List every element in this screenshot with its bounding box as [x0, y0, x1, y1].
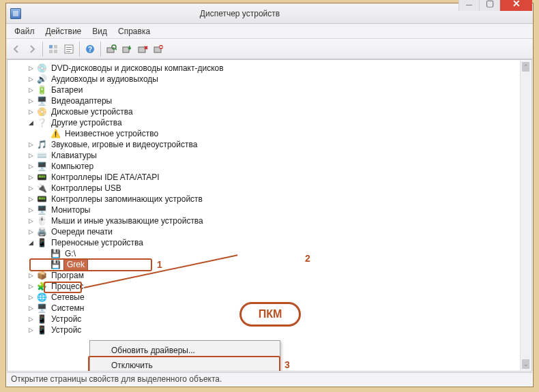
titlebar: Диспетчер устройств [6, 3, 533, 24]
forward-icon [27, 44, 38, 55]
maximize-button[interactable] [479, 0, 499, 11]
toolbar: ? [6, 39, 533, 59]
drive-icon: 💾 [50, 248, 61, 259]
svg-rect-6 [66, 49, 72, 50]
tree-item[interactable]: 💾G:\ [13, 248, 529, 259]
forward-button[interactable] [25, 42, 40, 57]
status-text: Открытие страницы свойств для выделенног… [11, 374, 222, 384]
context-disable[interactable]: Отключить [92, 358, 278, 372]
properties-icon [63, 44, 74, 55]
tree-item-expanded[interactable]: ◢📱Переносные устройства [13, 237, 529, 248]
update-driver-button[interactable] [119, 42, 134, 57]
tree-item-expanded[interactable]: ◢❔Другие устройства [13, 117, 529, 128]
menubar: Файл Действие Вид Справка [6, 24, 533, 39]
menu-action[interactable]: Действие [40, 25, 87, 38]
dvd-icon: 💿 [36, 63, 47, 74]
caret-icon: ▷ [27, 315, 35, 323]
printer-icon: 🖨️ [36, 226, 47, 237]
ide-icon: 📟 [36, 172, 47, 183]
back-button[interactable] [9, 42, 24, 57]
properties-button[interactable] [61, 42, 76, 57]
show-hidden-button[interactable] [46, 42, 61, 57]
annotation-number-3: 3 [285, 359, 290, 370]
tree-item[interactable]: ▷🖥️Компьютер [13, 161, 529, 172]
mouse-icon: 🖱️ [36, 215, 47, 226]
portable-device-icon: 📱 [36, 237, 47, 248]
menu-view[interactable]: Вид [87, 25, 113, 38]
svg-rect-13 [139, 47, 145, 52]
scan-icon [106, 44, 117, 55]
tree-item[interactable]: ▷📱Устройс [13, 325, 529, 335]
window-frame: Диспетчер устройств Файл Действие Вид Сп… [5, 3, 534, 387]
tree-item[interactable]: ▷🔊Аудиовходы и аудиовыходы [13, 74, 529, 85]
svg-rect-16 [160, 46, 162, 48]
storage-controller-icon: 📟 [36, 194, 47, 205]
tree-item[interactable]: ▷📟Контроллеры IDE ATA/ATAPI [13, 172, 529, 183]
keyboard-icon: ⌨️ [36, 150, 47, 161]
tree-item-selected[interactable]: 💾Grek [13, 259, 529, 270]
toolbar-separator [79, 42, 80, 57]
tree-item[interactable]: ▷💿DVD-дисководы и дисководы компакт-диск… [13, 63, 529, 74]
help-button[interactable]: ? [83, 42, 98, 57]
caret-icon: ▷ [27, 173, 35, 181]
close-button[interactable] [499, 0, 532, 11]
tree-item[interactable]: ▷📟Контроллеры запоминающих устройств [13, 194, 529, 205]
computer-icon: 🖥️ [36, 161, 47, 172]
battery-icon: 🔋 [36, 85, 47, 95]
audio-icon: 🔊 [36, 74, 47, 85]
svg-rect-3 [54, 50, 57, 53]
caret-icon: ▷ [27, 282, 35, 290]
tree-icon [48, 44, 59, 55]
tree-item[interactable]: ▷🖥️Мониторы [13, 205, 529, 215]
update-icon [121, 44, 132, 55]
caret-icon: ▷ [27, 293, 35, 301]
caret-expanded-icon: ◢ [27, 119, 35, 127]
usb-icon: 🔌 [36, 183, 47, 194]
tree-item[interactable]: ▷🔌Контроллеры USB [13, 183, 529, 194]
tree-item[interactable]: ▷📦Програм [13, 270, 529, 281]
tree-item[interactable]: ▷🧩Процесс [13, 281, 529, 292]
svg-rect-0 [49, 45, 53, 48]
tree-item[interactable]: ▷🖥️Видеоадаптеры [13, 95, 529, 106]
svg-rect-1 [54, 45, 57, 48]
hid-icon: 📱 [36, 325, 47, 335]
minimize-button[interactable] [458, 0, 479, 11]
context-update-drivers[interactable]: Обновить драйверы... [92, 343, 278, 358]
back-icon [11, 44, 22, 55]
uninstall-button[interactable] [151, 42, 166, 57]
scan-button[interactable] [104, 42, 119, 57]
tree-item[interactable]: ▷📀Дисковые устройства [13, 106, 529, 117]
tree-item[interactable]: ▷📱Устройс [13, 314, 529, 325]
menu-help[interactable]: Справка [113, 25, 156, 38]
statusbar: Открытие страницы свойств для выделенног… [7, 372, 532, 386]
tree-item[interactable]: ▷⌨️Клавиатуры [13, 150, 529, 161]
scroll-down-button[interactable] [522, 359, 529, 369]
caret-icon: ▷ [27, 64, 35, 72]
software-icon: 📦 [36, 270, 47, 281]
disable-icon [137, 44, 148, 55]
tree-item[interactable]: ▷🎵Звуковые, игровые и видеоустройства [13, 139, 529, 150]
other-icon: ❔ [36, 117, 47, 128]
svg-rect-2 [49, 50, 53, 53]
toolbar-separator [100, 42, 101, 57]
caret-icon: ▷ [27, 326, 35, 334]
tree-item[interactable]: ▷🖱️Мыши и иные указывающие устройства [13, 215, 529, 226]
caret-icon: ▷ [27, 195, 35, 203]
app-icon [10, 8, 21, 19]
tree-item[interactable]: ▷🖥️Системн [13, 303, 529, 314]
caret-icon: ▷ [27, 162, 35, 170]
svg-rect-7 [66, 51, 70, 52]
caret-icon: ▷ [27, 108, 35, 116]
caret-icon: ▷ [27, 151, 35, 160]
tree-item[interactable]: ▷🔋Батареи [13, 85, 529, 95]
tree-item[interactable]: ▷🖨️Очереди печати [13, 226, 529, 237]
content-area: ▷💿DVD-дисководы и дисководы компакт-диск… [7, 59, 532, 372]
system-icon: 🖥️ [36, 303, 47, 314]
tree-item[interactable]: ▷🌐Сетевые [13, 292, 529, 303]
disable-button[interactable] [135, 42, 150, 57]
caret-icon: ▷ [27, 217, 35, 225]
monitor-icon: 🖥️ [36, 205, 47, 215]
caret-icon: ▷ [27, 86, 35, 94]
tree-item[interactable]: ⚠️Неизвестное устройство [13, 128, 529, 139]
menu-file[interactable]: Файл [9, 25, 40, 38]
